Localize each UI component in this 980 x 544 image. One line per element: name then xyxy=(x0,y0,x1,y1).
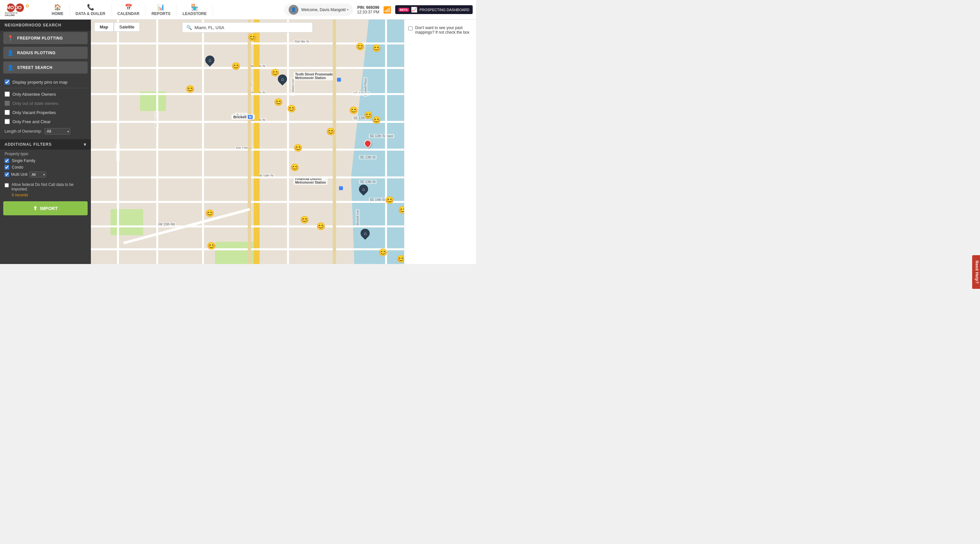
map-pin-orange-17[interactable]: 😊 xyxy=(294,144,302,152)
multi-unit-select-wrap: All 2-4 5-10 10+ xyxy=(29,171,46,178)
free-and-clear-checkbox[interactable] xyxy=(5,119,10,124)
brickell-metro-label: Brickell M xyxy=(231,114,255,120)
map-pin-orange-6[interactable]: 😊 xyxy=(372,44,381,52)
svg-text:JO: JO xyxy=(15,5,22,10)
length-of-ownership-label: Length of Ownership: xyxy=(5,129,42,134)
park-area-2 xyxy=(110,209,143,235)
nav-item-calendar[interactable]: 📅 CALENDAR xyxy=(111,3,145,16)
map-pin-orange-12[interactable]: 😊 xyxy=(349,106,358,115)
map-pin-orange-29[interactable]: 😊 xyxy=(396,255,404,263)
search-icon: 🔍 xyxy=(186,25,192,30)
sidebar: NEIGHBORHOOD SEARCH 📍 FREEFORM PLOTTING … xyxy=(0,20,91,264)
road-h-4 xyxy=(91,121,404,123)
map-pin-orange-15[interactable]: 😊 xyxy=(326,127,335,136)
length-of-ownership-row: Length of Ownership: All 1 Year 2 Years … xyxy=(5,126,86,136)
map-pin-orange-7[interactable]: 😊 xyxy=(231,62,240,71)
nav-right: 👤 Welcome, Davis Mangold ▾ PIN: 669396 1… xyxy=(284,3,473,16)
map-tabs: Map Satellite xyxy=(94,22,140,32)
prospecting-dashboard-button[interactable]: BETA 📈 PROSPECTING DASHBOARD xyxy=(395,5,473,14)
past-mapping-checkbox[interactable] xyxy=(408,26,412,31)
map-pin-orange-22[interactable]: 😊 xyxy=(398,206,404,214)
map-tab-map[interactable]: Map xyxy=(94,22,114,32)
property-type-label: Property type: xyxy=(0,150,91,157)
out-of-state-row: Only out of state owners xyxy=(5,99,86,108)
prospecting-label: PROSPECTING DASHBOARD xyxy=(419,8,469,12)
dnd-label: Allow federal Do Not Call data to be imp… xyxy=(11,182,86,192)
multi-unit-select[interactable]: All 2-4 5-10 10+ xyxy=(29,171,46,178)
out-of-state-checkbox[interactable] xyxy=(5,101,10,106)
map-pin-orange-24[interactable]: 😊 xyxy=(300,216,309,224)
display-pins-checkbox[interactable] xyxy=(5,79,10,85)
calendar-icon: 📅 xyxy=(125,3,132,11)
map-pin-orange-1[interactable]: 😊 xyxy=(248,33,257,42)
single-family-label: Single Family xyxy=(12,159,35,163)
pin-area: PIN: 669396 12:33:37 PM xyxy=(357,5,379,14)
freeform-plotting-button[interactable]: 📍 FREEFORM PLOTTING xyxy=(3,32,88,44)
multi-unit-label: Multi Unit xyxy=(11,172,27,177)
display-pins-label: Display property pins on map xyxy=(13,80,67,85)
sidebar-section-title: NEIGHBORHOOD SEARCH xyxy=(0,20,91,31)
welcome-area[interactable]: 👤 Welcome, Davis Mangold ▾ xyxy=(284,3,353,16)
map-pin-dark-2[interactable]: ⌂ xyxy=(278,75,287,84)
nav-item-home[interactable]: 🏠 HOME xyxy=(46,3,70,16)
beta-badge: BETA xyxy=(398,8,409,12)
map-pin-dark-4[interactable]: ⌂ xyxy=(361,229,370,238)
absentee-owners-checkbox[interactable] xyxy=(5,92,10,97)
radius-plotting-button[interactable]: 👤 RADIUS PLOTTING xyxy=(3,47,88,59)
nav-item-reports[interactable]: 📊 REPORTS xyxy=(145,3,177,16)
map-pin-orange-23[interactable]: 😊 xyxy=(205,209,214,217)
metro-marker-1 xyxy=(337,78,341,82)
map-search-bar: 🔍 xyxy=(182,22,313,33)
map-area[interactable]: SW 9th St SW 10th St SW 11th St SW 12th … xyxy=(91,20,404,264)
nav-item-leadstore[interactable]: 🏪 LEADSTORE xyxy=(177,3,213,16)
map-pin-dark-1[interactable]: ⌂ xyxy=(205,56,215,65)
import-button[interactable]: ⬆ IMPORT xyxy=(3,201,88,215)
wifi-icon: 📶 xyxy=(383,6,391,14)
home-icon: 🏠 xyxy=(54,3,61,11)
additional-filters-header[interactable]: ADDITIONAL FILTERS ▾ xyxy=(0,139,91,150)
import-label: IMPORT xyxy=(40,206,57,211)
road-v-1 xyxy=(117,20,119,264)
freeform-label: FREEFORM PLOTTING xyxy=(18,36,63,41)
dnd-checkbox[interactable] xyxy=(5,183,9,187)
street-search-button[interactable]: 👤 STREET SEARCH xyxy=(3,62,88,73)
nav-items: 🏠 HOME 📞 DATA & DIALER 📅 CALENDAR 📊 REPO… xyxy=(46,3,284,16)
current-time: 12:33:37 PM xyxy=(357,10,379,14)
svg-point-7 xyxy=(27,5,29,6)
map-search-input[interactable] xyxy=(194,25,260,30)
map-pin-orange-13[interactable]: 😊 xyxy=(364,111,373,120)
road-v-7 xyxy=(385,20,387,264)
svg-text:CALLING: CALLING xyxy=(5,14,15,16)
road-h-5 xyxy=(91,149,404,151)
map-pin-orange-10[interactable]: 😊 xyxy=(274,98,283,106)
map-pin-orange-18[interactable]: 😊 xyxy=(290,163,299,172)
nav-item-calendar-label: CALENDAR xyxy=(117,11,139,16)
map-pin-orange-28[interactable]: 😊 xyxy=(379,248,387,257)
logo-area[interactable]: MO JO SUCCESS IS CALLING xyxy=(3,2,39,17)
single-family-checkbox[interactable] xyxy=(5,159,9,163)
nav-item-reports-label: REPORTS xyxy=(151,11,170,16)
metro-marker-2 xyxy=(339,186,343,190)
map-pin-orange-11[interactable]: 😊 xyxy=(287,105,296,113)
pin-number: PIN: 669396 xyxy=(357,5,379,10)
length-of-ownership-select[interactable]: All 1 Year 2 Years 5 Years 10 Years xyxy=(45,128,70,135)
dnd-row: Allow federal Do Not Call data to be imp… xyxy=(0,179,91,193)
condo-checkbox[interactable] xyxy=(5,165,9,170)
multi-unit-checkbox[interactable] xyxy=(5,172,9,177)
vacant-properties-checkbox[interactable] xyxy=(5,110,10,115)
freeform-icon: 📍 xyxy=(7,35,14,41)
map-tab-satellite[interactable]: Satellite xyxy=(114,22,140,32)
road-v-4 xyxy=(248,20,251,264)
map-pin-orange-21[interactable]: 😊 xyxy=(385,196,394,205)
map-pin-orange-25[interactable]: 😊 xyxy=(317,222,325,231)
map-pin-orange-9[interactable]: 😊 xyxy=(186,85,194,94)
map-pin-orange-27[interactable]: 😊 xyxy=(207,242,216,250)
map-pin-orange-5[interactable]: 😊 xyxy=(356,43,364,51)
multi-unit-row: Multi Unit All 2-4 5-10 10+ xyxy=(5,171,86,178)
nav-item-data-dialer[interactable]: 📞 DATA & DIALER xyxy=(70,3,111,16)
map-pin-orange-14[interactable]: 😊 xyxy=(372,116,381,124)
map-pin-red[interactable] xyxy=(364,140,371,147)
import-icon: ⬆ xyxy=(33,205,37,211)
map-pin-dark-3[interactable]: ⌂ xyxy=(359,185,368,194)
vacant-properties-label: Only Vacant Properties xyxy=(13,110,56,115)
